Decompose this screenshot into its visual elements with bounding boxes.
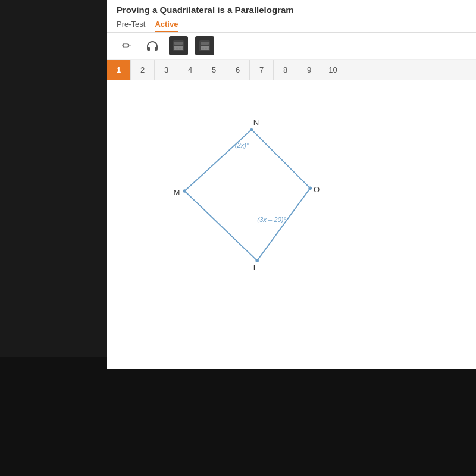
calculator1-icon[interactable] — [169, 36, 188, 55]
vertex-N — [250, 128, 253, 131]
title-text: Proving a Quadrilateral is a Parallelogr… — [117, 5, 294, 15]
svg-rect-10 — [201, 46, 203, 48]
svg-rect-1 — [174, 42, 183, 45]
question-nav: 1 2 3 4 5 6 7 8 9 10 — [107, 60, 476, 80]
q-num-9[interactable]: 9 — [298, 60, 321, 80]
vertex-M — [183, 189, 187, 193]
vertex-O — [308, 186, 312, 190]
calculator2-icon[interactable] — [195, 36, 214, 55]
calc1-svg — [172, 39, 185, 52]
tab-active[interactable]: Active — [155, 17, 178, 32]
calc2-svg — [198, 39, 211, 52]
svg-rect-9 — [201, 42, 209, 45]
q-num-6[interactable]: 6 — [226, 60, 250, 80]
dark-background-bottom — [0, 357, 476, 476]
app-container: Proving a Quadrilateral is a Parallelogr… — [107, 0, 476, 369]
label-L: L — [253, 263, 258, 272]
svg-rect-7 — [180, 48, 183, 50]
headphones-svg — [146, 39, 159, 52]
q-num-4[interactable]: 4 — [178, 60, 202, 80]
white-content: N M O L (2x)° (3x – 20)° — [107, 80, 476, 369]
toolbar: ✏ — [107, 33, 476, 60]
geometry-diagram: N M O L (2x)° (3x – 20)° — [143, 104, 321, 295]
q-num-8[interactable]: 8 — [274, 60, 298, 80]
pencil-icon[interactable]: ✏ — [117, 36, 136, 55]
screen: Proving a Quadrilateral is a Parallelogr… — [0, 0, 476, 476]
svg-rect-4 — [180, 46, 183, 48]
vertex-L — [255, 259, 259, 262]
rhombus-shape — [184, 130, 310, 261]
q-num-3[interactable]: 3 — [155, 60, 178, 80]
svg-rect-14 — [203, 48, 206, 50]
svg-rect-2 — [174, 46, 177, 48]
top-bar: Proving a Quadrilateral is a Parallelogr… — [107, 0, 476, 33]
tab-pretest[interactable]: Pre-Test — [117, 17, 145, 32]
content-area: N M O L (2x)° (3x – 20)° — [107, 80, 476, 369]
tabs-row: Pre-Test Active — [117, 17, 466, 32]
q-num-7[interactable]: 7 — [250, 60, 274, 80]
angle-label-O: (3x – 20)° — [257, 216, 286, 223]
svg-rect-12 — [206, 46, 209, 48]
q-num-5[interactable]: 5 — [202, 60, 226, 80]
svg-rect-15 — [206, 48, 209, 50]
page-title: Proving a Quadrilateral is a Parallelogr… — [117, 5, 466, 15]
q-num-2[interactable]: 2 — [131, 60, 155, 80]
svg-rect-3 — [177, 46, 180, 48]
svg-rect-6 — [177, 48, 180, 50]
label-N: N — [253, 118, 259, 127]
svg-rect-11 — [203, 46, 206, 48]
svg-rect-13 — [201, 48, 203, 50]
svg-rect-5 — [174, 48, 177, 50]
q-num-10[interactable]: 10 — [321, 60, 345, 80]
label-O: O — [314, 185, 320, 194]
angle-label-N: (2x)° — [235, 142, 249, 149]
diagram-container: N M O L (2x)° (3x – 20)° — [143, 104, 321, 295]
q-num-1[interactable]: 1 — [107, 60, 131, 80]
headphones-icon[interactable] — [143, 36, 162, 55]
label-M: M — [174, 188, 180, 197]
